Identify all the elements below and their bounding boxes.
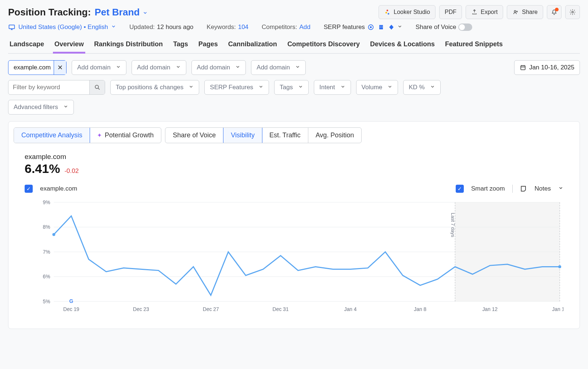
tab-pages[interactable]: Pages <box>198 37 218 53</box>
share-button[interactable]: Share <box>507 5 543 19</box>
add-domain-label: Add domain <box>77 64 111 71</box>
tab-tags[interactable]: Tags <box>173 37 188 53</box>
calendar-icon <box>520 64 526 71</box>
tab-rankings-distribution[interactable]: Rankings Distribution <box>94 37 163 53</box>
date-range-selector[interactable]: Jan 10-16, 2025 <box>514 60 580 75</box>
notifications-button[interactable] <box>547 5 562 19</box>
export-button[interactable]: Export <box>466 5 503 19</box>
keyword-filter <box>8 80 105 95</box>
share-icon <box>512 9 519 15</box>
segment-visibility[interactable]: Visibility <box>223 127 262 143</box>
y-tick: 6% <box>43 274 50 279</box>
svg-point-24 <box>558 265 561 268</box>
chevron-down-icon[interactable] <box>558 185 563 192</box>
domain-chip[interactable]: example.com ✕ <box>8 60 67 75</box>
analysis-segments: Competitive Analysis✦Potential Growth <box>14 127 161 143</box>
add-domain-label: Add domain <box>137 64 171 71</box>
filter-volume[interactable]: Volume <box>356 80 398 95</box>
svg-point-14 <box>95 85 98 88</box>
smart-zoom-checkbox[interactable]: ✓ <box>456 185 464 193</box>
svg-point-7 <box>370 26 372 28</box>
add-domain-label: Add domain <box>257 64 290 71</box>
svg-point-2 <box>388 13 390 15</box>
x-tick: Jan 12 <box>482 306 498 312</box>
competitors-add-link[interactable]: Add <box>299 23 310 31</box>
advanced-filters-chip[interactable]: Advanced filters <box>8 100 74 115</box>
settings-button[interactable] <box>565 5 580 19</box>
x-tick: Dec 19 <box>63 306 79 312</box>
keyword-search-button[interactable] <box>89 80 105 94</box>
serp-features-selector[interactable]: SERP features <box>324 23 402 31</box>
tab-cannibalization[interactable]: Cannibalization <box>228 37 277 53</box>
filter-top-positions-changes[interactable]: Top positions & changes <box>110 80 199 95</box>
toggle-switch[interactable] <box>458 23 472 31</box>
add-domain-chip[interactable]: Add domain <box>191 60 246 75</box>
filter-tags[interactable]: Tags <box>274 80 309 95</box>
visibility-chart: 5%6%7%8%9%Last 7 daysGDec 19Dec 23Dec 27… <box>14 195 574 320</box>
looker-studio-button[interactable]: Looker Studio <box>379 5 435 19</box>
tab-landscape[interactable]: Landscape <box>10 37 44 53</box>
filter-serp-features[interactable]: SERP Features <box>204 80 269 95</box>
chevron-down-icon <box>258 84 263 91</box>
google-update-icon: G <box>69 298 74 304</box>
chevron-down-icon <box>340 84 345 91</box>
segment-share-of-voice[interactable]: Share of Voice <box>165 128 223 143</box>
filter-kd-[interactable]: KD % <box>403 80 440 95</box>
svg-rect-12 <box>382 27 383 28</box>
brand-selector[interactable]: Pet Brand <box>94 7 148 18</box>
segment-avg-position[interactable]: Avg. Position <box>308 128 362 143</box>
pdf-button[interactable]: PDF <box>439 5 462 19</box>
keywords-count-link[interactable]: 104 <box>238 23 248 31</box>
competitors-stat: Competitors: Add <box>262 23 311 31</box>
diamond-icon <box>388 23 395 31</box>
svg-point-1 <box>386 12 387 14</box>
chevron-down-icon <box>189 84 194 91</box>
building-icon <box>377 23 385 31</box>
updated-stat: Updated: 12 hours ago <box>129 23 193 31</box>
y-tick: 7% <box>43 249 50 255</box>
keyword-filter-input[interactable] <box>8 80 89 94</box>
tab-devices-locations[interactable]: Devices & Locations <box>370 37 435 53</box>
notes-label: Notes <box>535 185 551 192</box>
x-tick: Dec 23 <box>133 306 149 312</box>
share-of-voice-toggle[interactable]: Share of Voice <box>416 23 473 31</box>
share-label: Share <box>522 9 538 15</box>
tab-overview[interactable]: Overview <box>54 37 84 53</box>
shade-annotation: Last 7 days <box>450 213 456 237</box>
add-domain-chip[interactable]: Add domain <box>132 60 186 75</box>
locale-selector[interactable]: United States (Google) • English <box>8 23 116 31</box>
chevron-down-icon <box>295 64 300 71</box>
chevron-down-icon <box>235 64 240 71</box>
filter-intent[interactable]: Intent <box>314 80 351 95</box>
chevron-down-icon <box>430 84 435 91</box>
x-tick: Dec 31 <box>273 306 289 312</box>
series-checkbox[interactable]: ✓ <box>25 185 33 193</box>
close-icon[interactable]: ✕ <box>54 61 66 75</box>
sov-label: Share of Voice <box>416 23 456 31</box>
segment-est-traffic[interactable]: Est. Traffic <box>262 128 308 143</box>
tab-featured-snippets[interactable]: Featured Snippets <box>445 37 503 53</box>
svg-point-0 <box>387 10 388 11</box>
x-tick: Jan 16 <box>552 306 563 312</box>
svg-rect-5 <box>9 25 15 29</box>
svg-point-23 <box>52 233 55 236</box>
segment-competitive-analysis[interactable]: Competitive Analysis <box>14 127 90 143</box>
chevron-down-icon <box>116 64 121 71</box>
svg-point-3 <box>514 11 516 12</box>
svg-rect-8 <box>379 25 383 29</box>
svg-point-4 <box>572 11 574 13</box>
x-tick: Jan 8 <box>414 306 426 312</box>
metric-delta: -0.02 <box>64 167 79 175</box>
add-domain-chip[interactable]: Add domain <box>251 60 306 75</box>
svg-rect-13 <box>521 66 525 70</box>
add-domain-chip[interactable]: Add domain <box>72 60 126 75</box>
y-tick: 9% <box>43 199 50 205</box>
domain-chip-label: example.com <box>14 64 51 71</box>
sparkle-icon: ✦ <box>97 132 102 139</box>
serp-features-label: SERP features <box>324 23 365 31</box>
tab-competitors-discovery[interactable]: Competitors Discovery <box>287 37 360 53</box>
svg-rect-9 <box>380 26 381 27</box>
chevron-down-icon <box>143 7 148 18</box>
add-domain-label: Add domain <box>197 64 230 71</box>
segment-potential-growth[interactable]: ✦Potential Growth <box>90 128 161 143</box>
